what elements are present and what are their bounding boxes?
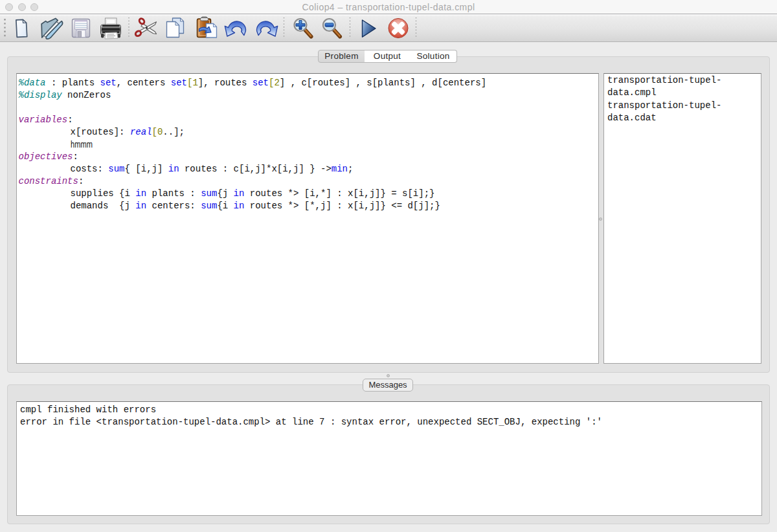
svg-text:hmmm: hmmm — [71, 139, 93, 150]
